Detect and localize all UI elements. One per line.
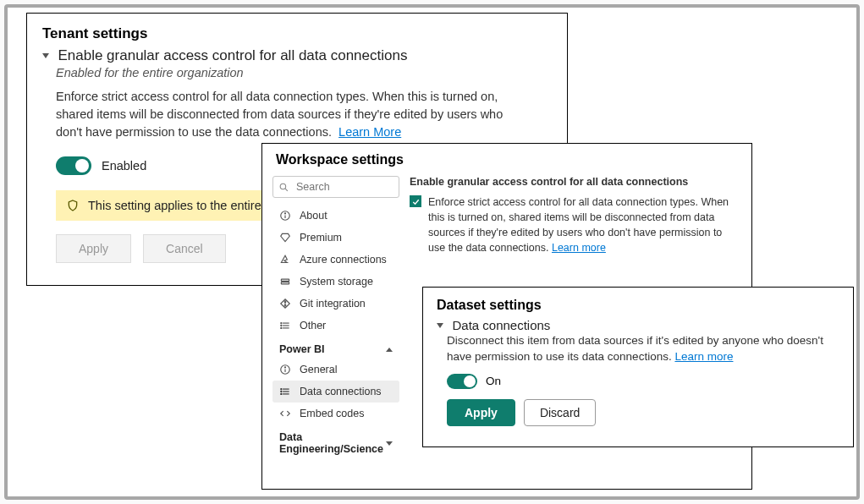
- dataset-title: Dataset settings: [437, 298, 839, 313]
- dataset-toggle[interactable]: [447, 374, 477, 389]
- learn-more-link[interactable]: Learn More: [338, 125, 401, 139]
- svg-point-23: [281, 391, 282, 392]
- azure-icon: [279, 254, 291, 266]
- sidebar-item-azure[interactable]: Azure connections: [272, 249, 399, 271]
- sidebar-item-git[interactable]: Git integration: [272, 293, 399, 315]
- svg-point-0: [280, 184, 286, 189]
- svg-line-1: [285, 189, 288, 191]
- search-icon: [278, 182, 289, 193]
- shield-icon: [66, 199, 80, 212]
- svg-point-18: [285, 367, 286, 368]
- info-icon: [279, 210, 291, 222]
- workspace-title: Workspace settings: [276, 152, 741, 167]
- info-icon: [279, 364, 291, 375]
- storage-icon: [279, 276, 291, 288]
- dataset-section-heading: Data connections: [452, 318, 550, 332]
- svg-point-14: [281, 325, 282, 326]
- chevron-down-icon: [386, 441, 393, 446]
- dataset-settings-panel: Dataset settings Data connections Discon…: [422, 287, 854, 447]
- chevron-down-icon[interactable]: [42, 53, 49, 58]
- enabled-toggle-label: Enabled: [102, 159, 146, 173]
- svg-point-8: [284, 304, 286, 306]
- enabled-toggle[interactable]: [56, 156, 91, 175]
- svg-rect-6: [281, 282, 289, 284]
- sidebar-item-general[interactable]: General: [272, 359, 399, 381]
- svg-point-4: [285, 213, 286, 214]
- svg-point-22: [281, 389, 282, 390]
- search-input[interactable]: [294, 180, 393, 194]
- discard-button[interactable]: Discard: [524, 399, 596, 426]
- sidebar-item-storage[interactable]: System storage: [272, 271, 399, 293]
- tenant-setting-description: Enforce strict access control for all da…: [56, 88, 530, 141]
- workspace-main-description: Enforce strict access control for all da…: [428, 194, 741, 256]
- cancel-button[interactable]: Cancel: [143, 234, 226, 263]
- dataset-toggle-label: On: [486, 375, 501, 387]
- sidebar-item-data-connections[interactable]: Data connections: [272, 381, 399, 403]
- tenant-setting-subheading: Enabled for the entire organization: [56, 66, 552, 79]
- tenant-setting-heading: Enable granular access control for all d…: [58, 47, 407, 63]
- search-input-container[interactable]: [272, 176, 399, 198]
- workspace-main-title: Enable granular access control for all d…: [410, 176, 741, 188]
- svg-rect-5: [281, 279, 289, 281]
- section-powerbi[interactable]: Power BI: [272, 337, 399, 359]
- sidebar-item-premium[interactable]: Premium: [272, 227, 399, 249]
- list-icon: [279, 320, 291, 331]
- svg-point-7: [284, 301, 286, 303]
- learn-more-link[interactable]: Learn more: [552, 242, 606, 254]
- git-icon: [279, 298, 291, 310]
- svg-point-15: [281, 327, 282, 328]
- diamond-icon: [279, 232, 291, 244]
- apply-button[interactable]: Apply: [447, 399, 515, 426]
- chevron-down-icon[interactable]: [437, 323, 443, 328]
- chevron-up-icon: [386, 348, 393, 352]
- sidebar-item-other[interactable]: Other: [272, 315, 399, 337]
- check-icon: [411, 197, 421, 206]
- svg-point-24: [281, 393, 282, 394]
- sidebar-item-about[interactable]: About: [272, 205, 399, 227]
- sidebar-item-embed-codes[interactable]: Embed codes: [272, 403, 399, 425]
- dataset-description: Disconnect this item from data sources i…: [447, 333, 839, 365]
- enable-checkbox[interactable]: [410, 195, 421, 207]
- tenant-title: Tenant settings: [42, 25, 552, 42]
- section-data-engineering[interactable]: Data Engineering/Science: [272, 425, 399, 458]
- svg-point-13: [281, 323, 282, 324]
- list-icon: [279, 386, 291, 397]
- learn-more-link[interactable]: Learn more: [674, 350, 733, 363]
- workspace-sidebar: About Premium Azure connections System s…: [272, 176, 399, 458]
- code-icon: [279, 408, 291, 419]
- apply-button[interactable]: Apply: [56, 234, 131, 263]
